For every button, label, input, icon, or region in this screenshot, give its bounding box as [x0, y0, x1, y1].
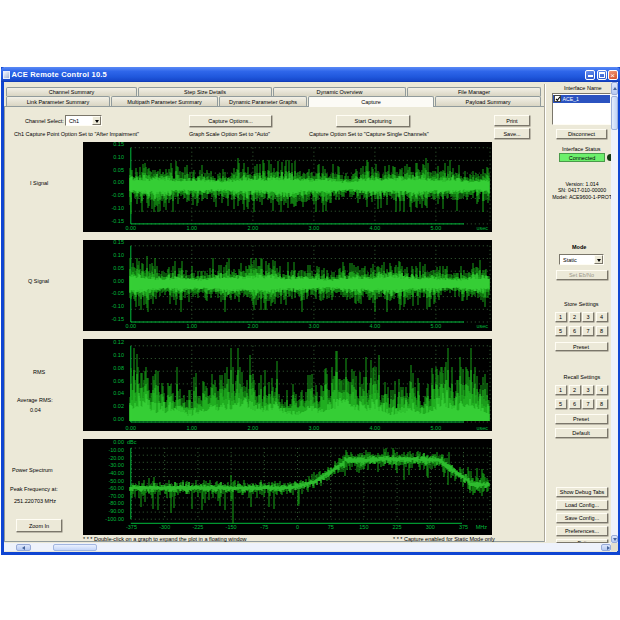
svg-text:0.00: 0.00	[125, 225, 136, 231]
svg-text:4.00: 4.00	[370, 225, 381, 231]
svg-text:0: 0	[296, 524, 299, 530]
svg-text:1.00: 1.00	[186, 323, 197, 329]
svg-text:0.10: 0.10	[113, 352, 124, 358]
svg-text:0.10: 0.10	[113, 252, 124, 258]
svg-text:0.00: 0.00	[113, 179, 124, 185]
svg-text:usec: usec	[476, 323, 488, 329]
svg-text:-0.15: -0.15	[111, 316, 124, 322]
svg-text:2.00: 2.00	[248, 225, 259, 231]
svg-text:-150: -150	[226, 524, 237, 530]
svg-text:-0.05: -0.05	[111, 290, 124, 296]
svg-text:0.00: 0.00	[125, 425, 136, 431]
svg-text:0.04: 0.04	[113, 390, 124, 396]
svg-text:0.15: 0.15	[113, 142, 124, 147]
svg-text:-0.10: -0.10	[111, 303, 124, 309]
svg-text:1.00: 1.00	[186, 225, 197, 231]
svg-text:-225: -225	[192, 524, 203, 530]
svg-text:3.00: 3.00	[309, 323, 320, 329]
svg-text:300: 300	[426, 524, 435, 530]
svg-text:3.00: 3.00	[309, 425, 320, 431]
svg-text:-10.00: -10.00	[108, 447, 124, 453]
svg-text:-0.15: -0.15	[111, 218, 124, 224]
svg-text:-30.00: -30.00	[108, 462, 124, 468]
svg-text:-375: -375	[126, 524, 137, 530]
svg-text:usec: usec	[476, 425, 488, 431]
svg-text:0.05: 0.05	[113, 265, 124, 271]
svg-text:1.00: 1.00	[186, 425, 197, 431]
svg-text:0.08: 0.08	[113, 365, 124, 371]
svg-text:-0.10: -0.10	[111, 205, 124, 211]
svg-text:-0.05: -0.05	[111, 192, 124, 198]
svg-text:2.00: 2.00	[248, 425, 259, 431]
svg-text:5.00: 5.00	[431, 225, 442, 231]
svg-text:0.02: 0.02	[113, 403, 124, 409]
svg-text:2.00: 2.00	[248, 323, 259, 329]
svg-text:-300: -300	[159, 524, 170, 530]
svg-text:-100.00: -100.00	[105, 516, 124, 522]
svg-text:-70.00: -70.00	[108, 493, 124, 499]
svg-text:5.00: 5.00	[431, 323, 442, 329]
svg-text:-60.00: -60.00	[108, 485, 124, 491]
svg-text:0.05: 0.05	[113, 167, 124, 173]
svg-text:0.00: 0.00	[113, 439, 124, 445]
svg-text:0.12: 0.12	[113, 339, 124, 345]
svg-text:0.06: 0.06	[113, 378, 124, 384]
svg-text:0.00: 0.00	[113, 278, 124, 284]
svg-text:5.00: 5.00	[431, 425, 442, 431]
svg-text:4.00: 4.00	[370, 425, 381, 431]
svg-text:75: 75	[328, 524, 334, 530]
svg-text:usec: usec	[476, 225, 488, 231]
svg-text:0.00: 0.00	[125, 323, 136, 329]
svg-text:3.00: 3.00	[309, 225, 320, 231]
svg-text:-40.00: -40.00	[108, 470, 124, 476]
svg-text:MHz: MHz	[476, 524, 488, 530]
svg-text:4.00: 4.00	[370, 323, 381, 329]
svg-text:150: 150	[359, 524, 368, 530]
svg-text:0.15: 0.15	[113, 240, 124, 245]
svg-text:0.00: 0.00	[113, 416, 124, 422]
svg-text:dBc: dBc	[127, 439, 137, 445]
svg-text:-20.00: -20.00	[108, 455, 124, 461]
svg-text:375: 375	[459, 524, 468, 530]
svg-text:0.10: 0.10	[113, 154, 124, 160]
svg-text:-75: -75	[260, 524, 268, 530]
svg-text:225: 225	[393, 524, 402, 530]
svg-text:-50.00: -50.00	[108, 478, 124, 484]
svg-text:-80.00: -80.00	[108, 500, 124, 506]
svg-text:-90.00: -90.00	[108, 508, 124, 514]
